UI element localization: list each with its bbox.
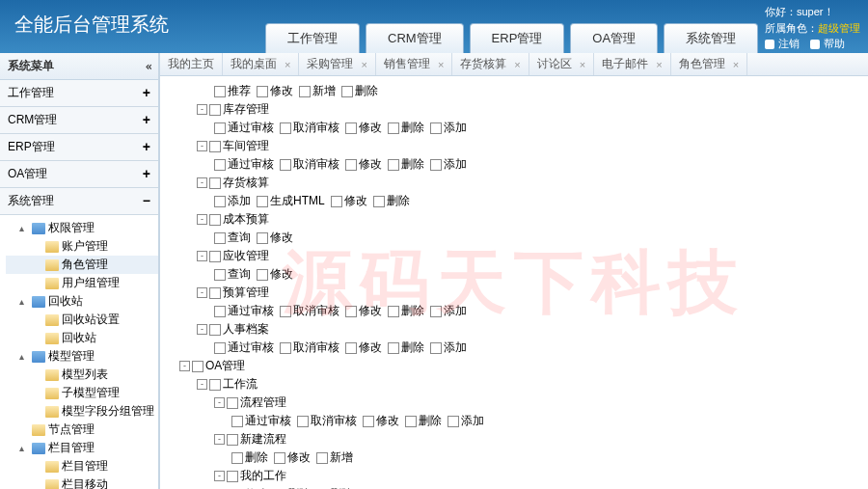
document-tab[interactable]: 存货核算× <box>452 53 529 75</box>
sidebar-item[interactable]: 栏目管理 <box>6 457 158 475</box>
close-icon[interactable]: × <box>361 59 366 70</box>
sidebar-section[interactable]: 工作管理+ <box>0 80 158 107</box>
sidebar-item[interactable]: 回收站设置 <box>6 311 158 329</box>
checkbox[interactable] <box>345 122 357 134</box>
checkbox[interactable] <box>209 104 221 116</box>
checkbox[interactable] <box>209 214 221 226</box>
checkbox[interactable] <box>257 86 268 97</box>
tree-toggle[interactable]: - <box>197 141 207 151</box>
checkbox[interactable] <box>388 159 399 171</box>
sidebar-item[interactable]: 模型字段分组管理 <box>6 402 158 421</box>
checkbox[interactable] <box>430 306 442 317</box>
tree-toggle[interactable]: - <box>214 397 225 408</box>
sidebar-item[interactable]: ▴模型管理 <box>6 347 158 366</box>
logout-link[interactable]: 注销 <box>765 38 803 49</box>
sidebar-item[interactable]: 角色管理 <box>6 256 158 274</box>
checkbox[interactable] <box>274 452 285 464</box>
checkbox[interactable] <box>448 416 459 427</box>
checkbox[interactable] <box>214 159 226 171</box>
top-tab[interactable]: ERP管理 <box>470 23 565 53</box>
checkbox[interactable] <box>227 397 238 409</box>
document-tab[interactable]: 讨论区× <box>529 53 594 75</box>
checkbox[interactable] <box>209 177 221 189</box>
sidebar-item[interactable]: ▴权限管理 <box>6 219 158 237</box>
top-tab[interactable]: CRM管理 <box>366 23 464 53</box>
tree-toggle[interactable]: - <box>197 251 207 261</box>
top-tab[interactable]: 工作管理 <box>265 23 360 53</box>
checkbox[interactable] <box>214 122 226 134</box>
checkbox[interactable] <box>227 434 238 446</box>
checkbox[interactable] <box>430 122 442 134</box>
tree-toggle[interactable]: - <box>197 177 207 188</box>
checkbox[interactable] <box>192 361 203 372</box>
checkbox[interactable] <box>388 122 399 134</box>
sidebar-item[interactable]: 节点管理 <box>6 421 158 439</box>
checkbox[interactable] <box>280 122 291 134</box>
tree-toggle[interactable]: - <box>197 214 207 225</box>
checkbox[interactable] <box>405 416 417 427</box>
sidebar-item[interactable]: ▴回收站 <box>6 292 158 311</box>
checkbox[interactable] <box>257 196 268 207</box>
sidebar-section[interactable]: CRM管理+ <box>0 107 158 134</box>
close-icon[interactable]: × <box>285 59 290 70</box>
tree-toggle[interactable]: - <box>197 287 207 298</box>
checkbox[interactable] <box>280 306 291 317</box>
sidebar-item[interactable]: 子模型管理 <box>6 384 158 402</box>
close-icon[interactable]: × <box>580 59 585 70</box>
checkbox[interactable] <box>214 342 226 354</box>
document-tab[interactable]: 采购管理× <box>299 53 375 75</box>
top-tab[interactable]: 系统管理 <box>664 23 758 53</box>
checkbox[interactable] <box>214 269 226 281</box>
checkbox[interactable] <box>345 306 357 317</box>
checkbox[interactable] <box>214 232 226 244</box>
checkbox[interactable] <box>209 379 221 391</box>
sidebar-item[interactable]: 栏目移动 <box>6 475 158 489</box>
checkbox[interactable] <box>214 196 226 207</box>
checkbox[interactable] <box>363 416 374 427</box>
close-icon[interactable]: × <box>656 59 662 70</box>
checkbox[interactable] <box>209 251 221 262</box>
checkbox[interactable] <box>209 287 221 299</box>
checkbox[interactable] <box>214 306 226 317</box>
checkbox[interactable] <box>430 159 442 171</box>
checkbox[interactable] <box>345 159 357 171</box>
collapse-icon[interactable]: « <box>146 60 150 73</box>
tree-toggle[interactable]: - <box>197 379 207 390</box>
sidebar-item[interactable]: 模型列表 <box>6 366 158 384</box>
checkbox[interactable] <box>257 232 268 244</box>
checkbox[interactable] <box>214 86 226 97</box>
checkbox[interactable] <box>430 342 442 354</box>
checkbox[interactable] <box>209 324 221 336</box>
checkbox[interactable] <box>227 471 238 482</box>
checkbox[interactable] <box>341 86 353 97</box>
sidebar-section[interactable]: ERP管理+ <box>0 134 158 161</box>
sidebar-item[interactable]: 回收站 <box>6 329 158 347</box>
sidebar-section[interactable]: 系统管理− <box>0 188 158 215</box>
checkbox[interactable] <box>299 86 311 97</box>
sidebar-item[interactable]: 用户组管理 <box>6 274 158 292</box>
checkbox[interactable] <box>388 306 399 317</box>
checkbox[interactable] <box>231 416 243 427</box>
checkbox[interactable] <box>231 452 243 464</box>
tree-toggle[interactable]: - <box>214 471 225 481</box>
checkbox[interactable] <box>388 342 399 354</box>
checkbox[interactable] <box>297 416 309 427</box>
checkbox[interactable] <box>373 196 385 207</box>
document-tab[interactable]: 角色管理× <box>671 53 747 75</box>
close-icon[interactable]: × <box>438 59 444 70</box>
sidebar-item[interactable]: 账户管理 <box>6 237 158 256</box>
tree-toggle[interactable]: - <box>179 361 190 371</box>
checkbox[interactable] <box>257 269 268 281</box>
document-tab[interactable]: 销售管理× <box>376 53 452 75</box>
document-tab[interactable]: 电子邮件× <box>594 53 670 75</box>
document-tab[interactable]: 我的桌面× <box>223 53 299 75</box>
top-tab[interactable]: OA管理 <box>570 23 658 53</box>
checkbox[interactable] <box>280 342 291 354</box>
checkbox[interactable] <box>331 196 342 207</box>
checkbox[interactable] <box>345 342 357 354</box>
sidebar-section[interactable]: OA管理+ <box>0 161 158 188</box>
tree-toggle[interactable]: - <box>197 104 207 115</box>
help-link[interactable]: 帮助 <box>810 38 849 49</box>
close-icon[interactable]: × <box>733 59 739 70</box>
document-tab[interactable]: 我的主页 <box>160 53 223 75</box>
